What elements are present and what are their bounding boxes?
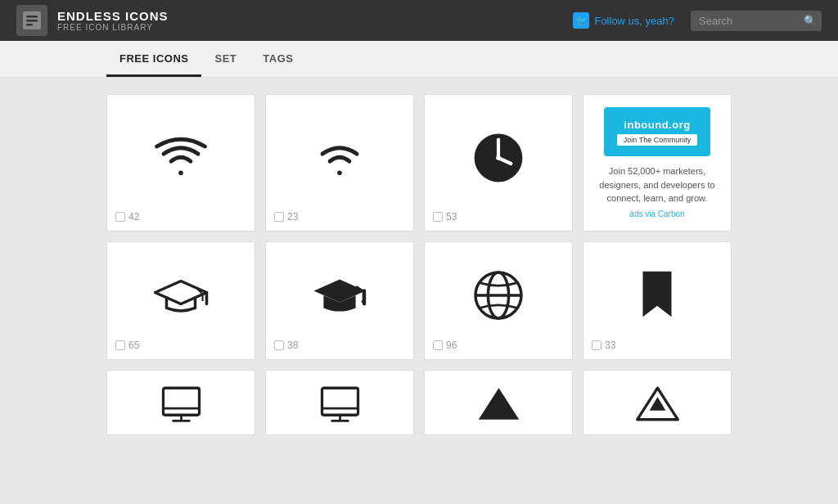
svg-marker-8	[155, 281, 207, 304]
svg-marker-12	[314, 279, 366, 302]
ad-brand: inbound.org	[624, 119, 690, 131]
tab-free-icons[interactable]: FREE ICONS	[106, 41, 201, 77]
count-value: 38	[287, 340, 298, 351]
count-checkbox	[115, 212, 125, 222]
search-wrapper: 🔍	[691, 11, 822, 31]
svg-marker-28	[478, 388, 519, 420]
icon-display	[115, 259, 246, 333]
site-subtitle: FREE ICON LIBRARY	[57, 23, 169, 32]
svg-rect-3	[26, 24, 33, 26]
icon-card-bookmark[interactable]: 33	[583, 241, 732, 360]
site-name: ENDLESS ICONS	[57, 9, 169, 23]
tab-tags[interactable]: TAGS	[250, 41, 306, 77]
icon-card-wifi-partial[interactable]: 23	[265, 94, 414, 232]
icon-display	[433, 259, 564, 333]
icon-count: 65	[115, 340, 139, 351]
count-value: 23	[287, 211, 298, 223]
nav-tabs: FREE ICONS SET TAGS	[106, 41, 732, 77]
icon-card-globe[interactable]: 96	[424, 241, 573, 360]
ad-link[interactable]: ads via Carbon	[629, 209, 684, 218]
count-value: 42	[128, 211, 139, 223]
main-content: 42 23	[0, 78, 838, 504]
count-checkbox	[433, 212, 443, 222]
nav-tabs-container: FREE ICONS SET TAGS	[0, 41, 838, 78]
icon-count: 38	[274, 340, 298, 351]
icon-count: 42	[115, 211, 139, 223]
icon-card-graduation-solid[interactable]: 38	[265, 241, 414, 360]
count-value: 53	[446, 211, 457, 223]
icon-display	[274, 111, 405, 205]
icon-display	[274, 259, 405, 333]
icon-count: 53	[433, 211, 457, 223]
header: ENDLESS ICONS FREE ICON LIBRARY 🐦 Follow…	[0, 0, 838, 41]
count-checkbox	[433, 340, 443, 350]
svg-rect-2	[26, 20, 38, 22]
twitter-follow-link[interactable]: 🐦 Follow us, yeah?	[573, 12, 674, 29]
icon-count: 33	[592, 340, 615, 351]
icon-display	[115, 111, 246, 205]
count-checkbox	[274, 212, 284, 222]
search-button[interactable]: 🔍	[804, 15, 817, 27]
count-checkbox	[274, 340, 284, 350]
svg-rect-1	[26, 16, 38, 18]
icon-display	[433, 111, 564, 205]
tab-set[interactable]: SET	[201, 41, 250, 77]
header-right: 🐦 Follow us, yeah? 🔍	[573, 11, 822, 31]
icon-count: 96	[433, 340, 457, 351]
count-checkbox	[592, 340, 601, 350]
icon-display	[592, 259, 723, 333]
svg-rect-20	[163, 388, 199, 415]
twitter-icon: 🐦	[573, 12, 589, 29]
svg-rect-24	[322, 388, 358, 415]
count-value: 96	[446, 340, 457, 351]
ad-join-btn: Join The Community	[617, 134, 697, 146]
ad-description: Join 52,000+ marketers, designers, and d…	[596, 164, 719, 205]
count-value: 65	[128, 340, 139, 351]
site-title: ENDLESS ICONS FREE ICON LIBRARY	[57, 9, 169, 32]
svg-point-16	[362, 300, 365, 304]
ad-card[interactable]: inbound.org Join The Community Join 52,0…	[583, 94, 732, 232]
icon-card-monitor2[interactable]	[265, 370, 414, 435]
icon-card-monitor[interactable]	[106, 370, 255, 435]
icon-card-wifi-full[interactable]: 42	[106, 94, 255, 232]
icon-count: 23	[274, 211, 298, 223]
icons-grid: 42 23	[106, 94, 732, 435]
count-checkbox	[115, 340, 125, 350]
svg-point-7	[496, 155, 501, 160]
header-left: ENDLESS ICONS FREE ICON LIBRARY	[16, 5, 169, 36]
icon-card-clock[interactable]: 53	[424, 94, 573, 232]
count-value: 33	[605, 340, 615, 351]
ad-image: inbound.org Join The Community	[604, 107, 710, 156]
icon-card-mountain[interactable]	[424, 370, 573, 435]
icon-card-graduation-outline[interactable]: 65	[106, 241, 255, 360]
icon-card-mountain2[interactable]	[583, 370, 732, 435]
search-input[interactable]	[691, 11, 822, 31]
logo-icon[interactable]	[16, 5, 47, 36]
twitter-label: Follow us, yeah?	[594, 15, 674, 27]
